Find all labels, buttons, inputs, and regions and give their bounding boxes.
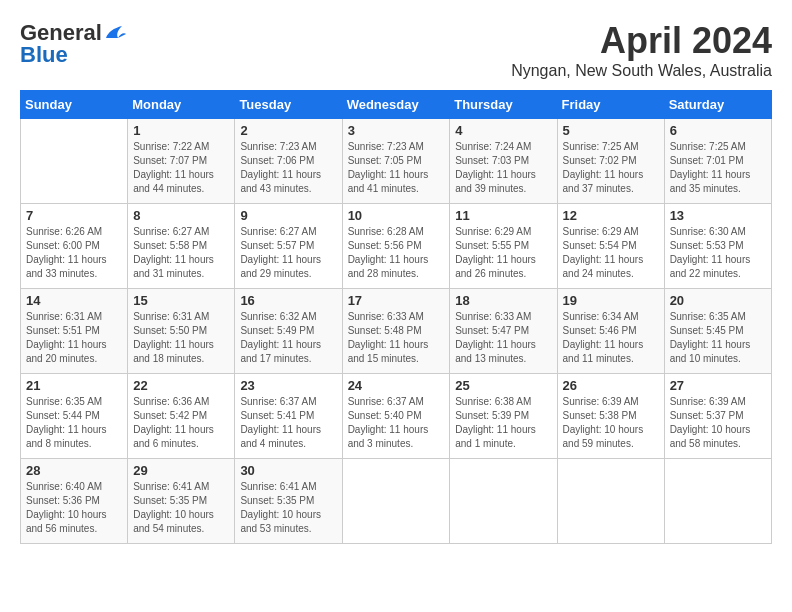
day-info: Sunrise: 7:25 AMSunset: 7:02 PMDaylight:… (563, 140, 659, 196)
day-info: Sunrise: 6:32 AMSunset: 5:49 PMDaylight:… (240, 310, 336, 366)
day-number: 19 (563, 293, 659, 308)
calendar-cell (21, 119, 128, 204)
day-number: 30 (240, 463, 336, 478)
calendar-cell: 29Sunrise: 6:41 AMSunset: 5:35 PMDayligh… (128, 459, 235, 544)
day-number: 9 (240, 208, 336, 223)
day-number: 12 (563, 208, 659, 223)
calendar-week-row-3: 14Sunrise: 6:31 AMSunset: 5:51 PMDayligh… (21, 289, 772, 374)
day-number: 11 (455, 208, 551, 223)
day-info: Sunrise: 7:23 AMSunset: 7:06 PMDaylight:… (240, 140, 336, 196)
day-info: Sunrise: 6:30 AMSunset: 5:53 PMDaylight:… (670, 225, 766, 281)
day-info: Sunrise: 7:25 AMSunset: 7:01 PMDaylight:… (670, 140, 766, 196)
calendar-cell: 25Sunrise: 6:38 AMSunset: 5:39 PMDayligh… (450, 374, 557, 459)
calendar-cell (450, 459, 557, 544)
day-info: Sunrise: 6:26 AMSunset: 6:00 PMDaylight:… (26, 225, 122, 281)
day-number: 10 (348, 208, 445, 223)
calendar-table: SundayMondayTuesdayWednesdayThursdayFrid… (20, 90, 772, 544)
logo-text-blue: Blue (20, 42, 68, 68)
day-number: 14 (26, 293, 122, 308)
day-info: Sunrise: 6:29 AMSunset: 5:54 PMDaylight:… (563, 225, 659, 281)
calendar-header-saturday: Saturday (664, 91, 771, 119)
day-info: Sunrise: 6:41 AMSunset: 5:35 PMDaylight:… (240, 480, 336, 536)
day-number: 26 (563, 378, 659, 393)
day-number: 13 (670, 208, 766, 223)
calendar-cell: 15Sunrise: 6:31 AMSunset: 5:50 PMDayligh… (128, 289, 235, 374)
calendar-header-row: SundayMondayTuesdayWednesdayThursdayFrid… (21, 91, 772, 119)
day-info: Sunrise: 6:36 AMSunset: 5:42 PMDaylight:… (133, 395, 229, 451)
calendar-header-thursday: Thursday (450, 91, 557, 119)
day-number: 29 (133, 463, 229, 478)
calendar-cell: 30Sunrise: 6:41 AMSunset: 5:35 PMDayligh… (235, 459, 342, 544)
calendar-week-row-1: 1Sunrise: 7:22 AMSunset: 7:07 PMDaylight… (21, 119, 772, 204)
calendar-cell: 7Sunrise: 6:26 AMSunset: 6:00 PMDaylight… (21, 204, 128, 289)
calendar-week-row-4: 21Sunrise: 6:35 AMSunset: 5:44 PMDayligh… (21, 374, 772, 459)
day-number: 20 (670, 293, 766, 308)
day-info: Sunrise: 6:40 AMSunset: 5:36 PMDaylight:… (26, 480, 122, 536)
day-info: Sunrise: 6:33 AMSunset: 5:48 PMDaylight:… (348, 310, 445, 366)
calendar-header-friday: Friday (557, 91, 664, 119)
day-number: 1 (133, 123, 229, 138)
day-number: 18 (455, 293, 551, 308)
day-number: 24 (348, 378, 445, 393)
month-title: April 2024 (511, 20, 772, 62)
day-number: 5 (563, 123, 659, 138)
day-number: 17 (348, 293, 445, 308)
calendar-cell: 12Sunrise: 6:29 AMSunset: 5:54 PMDayligh… (557, 204, 664, 289)
logo: General Blue (20, 20, 128, 68)
day-info: Sunrise: 6:27 AMSunset: 5:57 PMDaylight:… (240, 225, 336, 281)
title-section: April 2024 Nyngan, New South Wales, Aust… (511, 20, 772, 80)
calendar-cell: 9Sunrise: 6:27 AMSunset: 5:57 PMDaylight… (235, 204, 342, 289)
day-number: 16 (240, 293, 336, 308)
day-info: Sunrise: 6:27 AMSunset: 5:58 PMDaylight:… (133, 225, 229, 281)
day-info: Sunrise: 7:24 AMSunset: 7:03 PMDaylight:… (455, 140, 551, 196)
day-info: Sunrise: 6:28 AMSunset: 5:56 PMDaylight:… (348, 225, 445, 281)
calendar-cell: 21Sunrise: 6:35 AMSunset: 5:44 PMDayligh… (21, 374, 128, 459)
day-info: Sunrise: 6:34 AMSunset: 5:46 PMDaylight:… (563, 310, 659, 366)
day-number: 6 (670, 123, 766, 138)
day-info: Sunrise: 6:41 AMSunset: 5:35 PMDaylight:… (133, 480, 229, 536)
day-number: 8 (133, 208, 229, 223)
calendar-cell: 22Sunrise: 6:36 AMSunset: 5:42 PMDayligh… (128, 374, 235, 459)
day-number: 28 (26, 463, 122, 478)
calendar-cell: 2Sunrise: 7:23 AMSunset: 7:06 PMDaylight… (235, 119, 342, 204)
calendar-cell: 18Sunrise: 6:33 AMSunset: 5:47 PMDayligh… (450, 289, 557, 374)
calendar-header-wednesday: Wednesday (342, 91, 450, 119)
day-info: Sunrise: 6:35 AMSunset: 5:45 PMDaylight:… (670, 310, 766, 366)
calendar-cell: 3Sunrise: 7:23 AMSunset: 7:05 PMDaylight… (342, 119, 450, 204)
day-number: 2 (240, 123, 336, 138)
calendar-cell: 5Sunrise: 7:25 AMSunset: 7:02 PMDaylight… (557, 119, 664, 204)
calendar-cell: 26Sunrise: 6:39 AMSunset: 5:38 PMDayligh… (557, 374, 664, 459)
day-info: Sunrise: 6:35 AMSunset: 5:44 PMDaylight:… (26, 395, 122, 451)
day-info: Sunrise: 6:33 AMSunset: 5:47 PMDaylight:… (455, 310, 551, 366)
calendar-cell: 28Sunrise: 6:40 AMSunset: 5:36 PMDayligh… (21, 459, 128, 544)
calendar-cell: 6Sunrise: 7:25 AMSunset: 7:01 PMDaylight… (664, 119, 771, 204)
calendar-cell: 13Sunrise: 6:30 AMSunset: 5:53 PMDayligh… (664, 204, 771, 289)
day-info: Sunrise: 6:39 AMSunset: 5:37 PMDaylight:… (670, 395, 766, 451)
day-number: 27 (670, 378, 766, 393)
day-info: Sunrise: 6:31 AMSunset: 5:50 PMDaylight:… (133, 310, 229, 366)
day-info: Sunrise: 6:31 AMSunset: 5:51 PMDaylight:… (26, 310, 122, 366)
day-info: Sunrise: 6:37 AMSunset: 5:41 PMDaylight:… (240, 395, 336, 451)
calendar-cell: 11Sunrise: 6:29 AMSunset: 5:55 PMDayligh… (450, 204, 557, 289)
calendar-cell: 10Sunrise: 6:28 AMSunset: 5:56 PMDayligh… (342, 204, 450, 289)
calendar-header-sunday: Sunday (21, 91, 128, 119)
day-number: 21 (26, 378, 122, 393)
day-number: 15 (133, 293, 229, 308)
calendar-cell: 19Sunrise: 6:34 AMSunset: 5:46 PMDayligh… (557, 289, 664, 374)
calendar-cell (557, 459, 664, 544)
location-title: Nyngan, New South Wales, Australia (511, 62, 772, 80)
calendar-week-row-5: 28Sunrise: 6:40 AMSunset: 5:36 PMDayligh… (21, 459, 772, 544)
day-number: 22 (133, 378, 229, 393)
day-info: Sunrise: 6:29 AMSunset: 5:55 PMDaylight:… (455, 225, 551, 281)
calendar-cell: 1Sunrise: 7:22 AMSunset: 7:07 PMDaylight… (128, 119, 235, 204)
calendar-cell: 20Sunrise: 6:35 AMSunset: 5:45 PMDayligh… (664, 289, 771, 374)
calendar-cell: 4Sunrise: 7:24 AMSunset: 7:03 PMDaylight… (450, 119, 557, 204)
calendar-week-row-2: 7Sunrise: 6:26 AMSunset: 6:00 PMDaylight… (21, 204, 772, 289)
day-number: 3 (348, 123, 445, 138)
page-header: General Blue April 2024 Nyngan, New Sout… (20, 20, 772, 80)
day-number: 4 (455, 123, 551, 138)
calendar-cell: 27Sunrise: 6:39 AMSunset: 5:37 PMDayligh… (664, 374, 771, 459)
calendar-cell (664, 459, 771, 544)
calendar-header-tuesday: Tuesday (235, 91, 342, 119)
day-info: Sunrise: 7:23 AMSunset: 7:05 PMDaylight:… (348, 140, 445, 196)
